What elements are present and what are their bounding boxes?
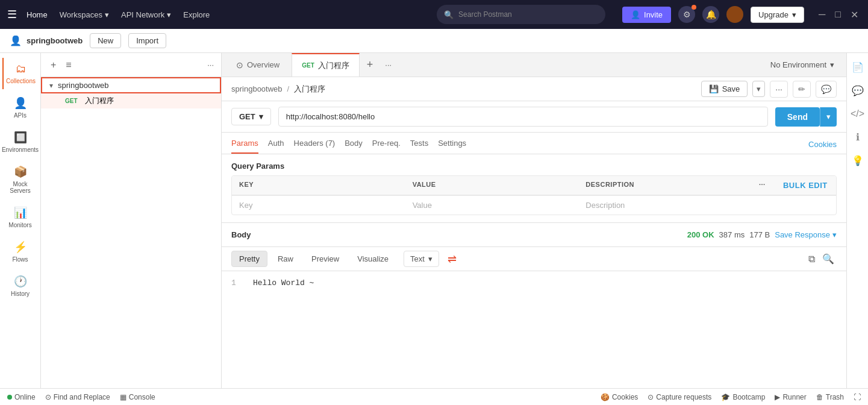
bulk-edit-button[interactable]: Bulk Edit [776,176,836,195]
hamburger-menu-icon[interactable]: ☰ [7,8,17,21]
description-cell[interactable]: Description [578,196,752,215]
capture-requests-button[interactable]: ⊙ Capture requests [648,393,711,401]
resp-tab-pretty[interactable]: Pretty [231,251,267,267]
workspacebar: 👤 springbootweb New Import [0,29,868,53]
chevron-down-icon: ▾ [49,81,53,90]
sidebar-item-mock-servers[interactable]: 📦 Mock Servers [2,160,39,199]
avatar[interactable] [726,6,743,23]
resp-tab-preview[interactable]: Preview [304,251,347,267]
response-size: 177 B [749,230,770,239]
breadcrumb-workspace[interactable]: springbootweb [231,84,283,93]
topbar-right: 👤 Invite ⚙ 🔔 Upgrade ▾ ─ □ ✕ [622,6,861,23]
sidebar-item-monitors[interactable]: 📊 Monitors [2,201,39,233]
sidebar-item-collections[interactable]: 🗂 Collections [2,58,39,89]
right-panel-info-icon[interactable]: ℹ [852,128,863,146]
expand-button[interactable]: ⛶ [854,393,861,401]
cookies-link[interactable]: Cookies [808,140,837,154]
bootcamp-button[interactable]: 🎓 Bootcamp [721,393,765,401]
nav-workspaces[interactable]: Workspaces ▾ [60,10,109,19]
flows-icon: ⚡ [14,240,27,254]
console-icon: ▦ [120,393,126,401]
req-tab-body[interactable]: Body [345,134,363,154]
sidebar-item-history[interactable]: 🕐 History [2,270,39,302]
minimize-button[interactable]: ─ [816,7,828,23]
cookies-icon: 🍪 [601,393,610,401]
request-item-intro[interactable]: GET 入门程序 [41,93,221,108]
url-input[interactable] [278,107,768,127]
collections-more-button[interactable]: ··· [207,60,214,69]
value-header: VALUE [405,176,579,195]
env-selector[interactable]: No Environment ▾ [763,60,841,69]
trash-icon: 🗑 [816,393,823,401]
right-sidebar: 📄 💬 </> ℹ 💡 [846,53,868,388]
bell-icon[interactable]: 🔔 [702,6,719,23]
invite-icon: 👤 [631,10,640,19]
cookies-bottom-button[interactable]: 🍪 Cookies [601,393,638,401]
req-tab-headers[interactable]: Headers (7) [294,134,336,154]
upgrade-button[interactable]: Upgrade ▾ [751,7,804,23]
more-options-icon[interactable]: ··· [770,81,788,98]
nav-home[interactable]: Home [27,10,48,19]
params-empty-row: Key Value Description [232,195,836,215]
sidebar-item-environments[interactable]: 🔲 Environments [2,126,39,158]
right-panel-code-icon[interactable]: </> [847,105,868,123]
mock-servers-icon: 📦 [14,165,27,178]
copy-response-button[interactable]: ⧉ [806,251,817,267]
invite-button[interactable]: 👤 Invite [622,7,671,23]
resp-tab-visualize[interactable]: Visualize [349,251,396,267]
req-tab-prereq[interactable]: Pre-req. [372,134,401,154]
send-dropdown-button[interactable]: ▾ [820,107,837,127]
req-tab-tests[interactable]: Tests [410,134,428,154]
user-icon: 👤 [10,35,22,46]
response-content: 1 Hello World ~ [222,271,846,388]
collection-item-springbootweb[interactable]: ▾ springbootweb [41,77,221,93]
right-panel-lightbulb-icon[interactable]: 💡 [848,151,867,170]
breadcrumb-actions: 💾 Save ▾ ··· ✏ 💬 [701,81,837,98]
right-panel-comments-icon[interactable]: 💬 [848,81,867,100]
req-tab-settings[interactable]: Settings [438,134,466,154]
resp-tab-raw[interactable]: Raw [270,251,301,267]
new-button[interactable]: New [90,33,121,48]
tab-overview[interactable]: ⊙ Overview [226,53,289,77]
key-cell[interactable]: Key [232,196,405,215]
save-response-button[interactable]: Save Response ▾ [775,230,837,239]
collections-toolbar: + ≡ ··· [41,53,221,77]
save-dropdown-button[interactable]: ▾ [752,81,765,97]
console-button[interactable]: ▦ Console [120,393,155,401]
send-button[interactable]: Send [775,107,820,127]
maximize-button[interactable]: □ [832,7,843,23]
trash-button[interactable]: 🗑 Trash [816,393,844,401]
import-button[interactable]: Import [128,33,166,48]
search-bar[interactable]: 🔍 [437,5,605,24]
add-tab-button[interactable]: + [362,58,378,71]
right-panel-docs-icon[interactable]: 📄 [848,58,867,77]
sidebar-item-apis[interactable]: 👤 APIs [2,92,39,124]
sidebar-item-flows[interactable]: ⚡ Flows [2,236,39,268]
search-response-button[interactable]: 🔍 [820,251,837,267]
tab-more-button[interactable]: ··· [380,60,396,69]
query-params-title: Query Params [231,162,837,171]
breadcrumb: springbootweb / 入门程序 💾 Save ▾ ··· ✏ 💬 [222,77,846,101]
tab-current-request[interactable]: GET 入门程序 [292,53,360,77]
nav-explore[interactable]: Explore [183,10,210,19]
edit-icon[interactable]: ✏ [793,81,811,98]
breadcrumb-current: 入门程序 [294,84,325,95]
workspace-user: 👤 springbootweb [10,35,83,46]
response-format-selector[interactable]: Text ▾ [404,251,439,267]
value-cell[interactable]: Value [405,196,579,215]
req-tab-params[interactable]: Params [231,134,258,154]
save-button[interactable]: 💾 Save [701,81,748,97]
method-select[interactable]: GET ▾ [231,108,271,125]
nav-api-network[interactable]: API Network ▾ [121,10,171,19]
find-replace-button[interactable]: ⊙ Find and Replace [45,393,110,401]
resp-filter-icon[interactable]: ⇌ [442,250,463,269]
add-collection-button[interactable]: + [48,57,58,73]
settings-icon[interactable]: ⚙ [678,6,695,23]
close-button[interactable]: ✕ [848,7,861,23]
comment-icon[interactable]: 💬 [816,81,837,98]
req-tab-auth[interactable]: Auth [268,134,284,154]
search-input[interactable] [458,10,598,19]
runner-button[interactable]: ▶ Runner [775,393,806,401]
status-online[interactable]: Online [7,393,36,401]
filter-collections-button[interactable]: ≡ [63,57,73,73]
